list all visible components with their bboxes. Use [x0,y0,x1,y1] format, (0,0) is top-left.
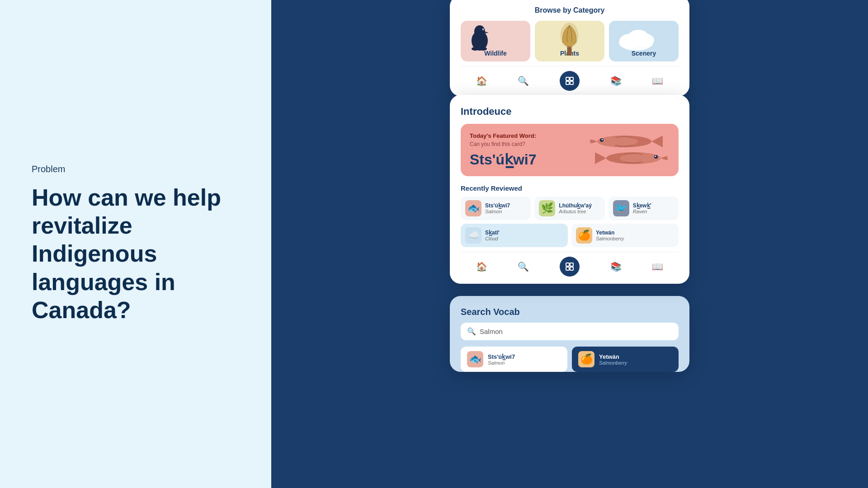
search-salmon-indigenous: Sts'úk̲wi7 [488,353,515,360]
search-card: Search Vocab 🔍 Salmon 🐟 Sts'úk̲wi7 Salmo… [450,296,689,372]
cloud-info: Sk̲atl' Cloud [485,230,500,241]
left-panel: Problem How can we help revitalize Indig… [0,0,271,488]
raven-thumb: 🐦 [613,200,629,216]
home-nav-icon[interactable]: 🏠 [476,75,487,86]
center-nav-button-2[interactable] [560,257,580,277]
search-salmonberry-indigenous: Yetwán [599,353,627,360]
word-card-raven[interactable]: 🐦 Sk̲ewk̲' Raven [609,197,679,220]
featured-word: Sts'úk̲wi7 [470,151,537,168]
introdeuce-title: Introdeuce [461,106,679,117]
recently-reviewed-title: Recently Reviewed [461,184,679,192]
book-nav-icon[interactable]: 📖 [652,75,663,86]
search-salmon-english: Salmon [488,360,515,366]
salmon-thumb: 🐟 [465,200,481,216]
svg-rect-15 [570,77,573,80]
bird-icon [466,23,493,56]
search-nav-icon[interactable]: 🔍 [518,75,529,86]
salmon-indigenous: Sts'úk̲wi7 [485,202,510,209]
salmonberry-english: Salmonberry [596,236,624,241]
problem-label: Problem [32,164,240,174]
arbutus-indigenous: Lhúlhuk̲w'aý [559,202,592,209]
browse-card: Browse by Category Wildlife [450,0,689,96]
arbutus-info: Lhúlhuk̲w'aý Arbutus tree [559,202,592,214]
salmon-english: Salmon [485,209,510,214]
svg-rect-27 [570,263,573,266]
category-scenery[interactable]: Scenery [609,21,679,61]
search-icon: 🔍 [467,327,476,336]
svg-rect-29 [570,267,573,270]
raven-indigenous: Sk̲ewk̲' [633,202,651,209]
search-salmonberry-info: Yetwán Salmonberry [599,353,627,366]
fish-illustration [584,131,670,169]
introdeuce-bottom-nav: 🏠 🔍 📚 📖 [461,252,679,277]
library-nav-icon[interactable]: 📚 [610,75,622,86]
svg-marker-5 [485,32,489,33]
svg-point-13 [636,33,654,47]
salmonberry-info: Yetwán Salmonberry [596,230,624,241]
svg-rect-14 [566,77,569,80]
word-grid-top: 🐟 Sts'úk̲wi7 Salmon 🌿 Lhúlhuk̲w'aý Arbut… [461,197,679,220]
search-result-salmonberry[interactable]: 🍊 Yetwán Salmonberry [572,347,679,372]
category-grid: Wildlife Plants [461,21,679,61]
cloud-thumb: ☁️ [465,227,481,244]
svg-rect-16 [566,81,569,84]
search-nav-icon-2[interactable]: 🔍 [518,261,529,272]
browse-bottom-nav: 🏠 🔍 📚 📖 [461,66,679,91]
featured-banner[interactable]: Today's Featured Word: Can you find this… [461,124,679,176]
category-plants[interactable]: Plants [535,21,604,61]
featured-label: Today's Featured Word: [470,132,537,139]
tree-icon [557,22,582,60]
search-title: Search Vocab [461,307,679,317]
home-nav-icon-2[interactable]: 🏠 [476,261,487,272]
svg-rect-26 [566,263,569,266]
svg-rect-28 [566,267,569,270]
svg-point-25 [655,156,656,157]
featured-sublabel: Can you find this card? [470,141,537,147]
svg-rect-17 [570,81,573,84]
search-result-salmon[interactable]: 🐟 Sts'úk̲wi7 Salmon [461,347,567,372]
svg-point-7 [480,47,487,51]
search-input-row[interactable]: 🔍 Salmon [461,323,679,340]
browse-title: Browse by Category [461,6,679,14]
category-wildlife[interactable]: Wildlife [461,21,530,61]
introdeuce-card: Introdeuce Today's Featured Word: Can yo… [450,95,689,284]
word-card-cloud[interactable]: ☁️ Sk̲atl' Cloud [461,224,568,247]
raven-info: Sk̲ewk̲' Raven [633,202,651,214]
svg-point-23 [620,153,660,163]
right-panel: Browse by Category Wildlife [271,0,868,488]
word-card-salmon[interactable]: 🐟 Sts'úk̲wi7 Salmon [461,197,531,220]
search-results: 🐟 Sts'úk̲wi7 Salmon 🍊 Yetwán Salmonberry [461,347,679,372]
salmonberry-thumb: 🍊 [576,227,592,244]
library-nav-icon-2[interactable]: 📚 [610,261,622,272]
word-grid-bottom: ☁️ Sk̲atl' Cloud 🍊 Yetwán Salmonberry [461,224,679,247]
search-salmonberry-english: Salmonberry [599,360,627,366]
search-salmonberry-thumb: 🍊 [578,351,594,367]
arbutus-thumb: 🌿 [539,200,555,216]
cloud-icon [613,25,659,54]
cloud-indigenous: Sk̲atl' [485,230,500,236]
salmonberry-indigenous: Yetwán [596,230,624,236]
center-nav-button[interactable] [560,71,580,91]
word-card-arbutus[interactable]: 🌿 Lhúlhuk̲w'aý Arbutus tree [534,197,604,220]
featured-text: Today's Featured Word: Can you find this… [470,132,537,168]
word-card-salmonberry[interactable]: 🍊 Yetwán Salmonberry [571,224,679,247]
search-salmon-thumb: 🐟 [467,351,483,367]
svg-point-6 [472,47,479,51]
search-input-value[interactable]: Salmon [480,328,503,335]
svg-point-21 [602,139,603,141]
salmon-info: Sts'úk̲wi7 Salmon [485,202,510,214]
book-nav-icon-2[interactable]: 📖 [652,261,663,272]
svg-point-19 [597,136,638,146]
raven-english: Raven [633,209,651,214]
search-salmon-info: Sts'úk̲wi7 Salmon [488,353,515,366]
svg-point-4 [483,29,484,30]
main-heading: How can we help revitalize Indigenous la… [32,183,240,324]
cloud-english: Cloud [485,236,500,241]
arbutus-english: Arbutus tree [559,209,592,214]
